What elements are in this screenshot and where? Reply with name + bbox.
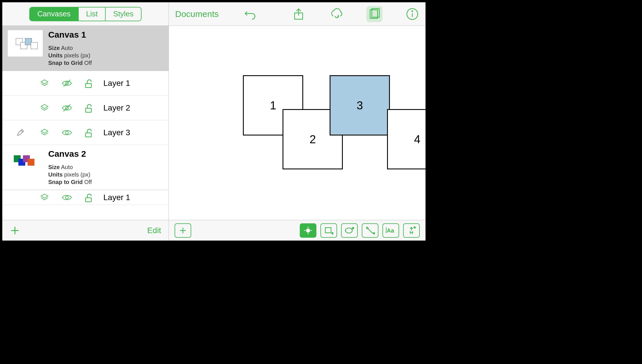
layer-row[interactable]: Layer 1 (2, 71, 169, 96)
cloud-sync-icon[interactable] (328, 6, 345, 22)
ellipse-tool[interactable]: + (341, 223, 358, 238)
info-icon[interactable] (404, 6, 420, 22)
undo-icon[interactable] (242, 6, 258, 22)
edit-button[interactable]: Edit (147, 226, 161, 235)
layer-row[interactable]: Layer 1 (2, 190, 169, 205)
sidebar-footer: Edit (2, 220, 169, 241)
layers-icon[interactable] (33, 78, 56, 88)
text-tool[interactable]: Aa (382, 223, 399, 238)
layer-name: Layer 2 (103, 103, 130, 113)
layer-row[interactable]: Layer 2 (2, 96, 169, 120)
svg-text:+: + (414, 226, 415, 229)
svg-marker-0 (41, 80, 48, 84)
visibility-on-icon[interactable] (56, 127, 78, 138)
svg-point-23 (412, 11, 413, 11)
svg-rect-14 (86, 198, 91, 202)
layers-icon[interactable] (33, 192, 56, 203)
svg-marker-4 (41, 104, 48, 109)
rectangle-tool[interactable]: + (320, 223, 337, 238)
visibility-on-icon[interactable] (56, 192, 78, 203)
canvas-viewport[interactable]: 1 2 3 4 (169, 26, 426, 220)
shape-box[interactable]: 4 (387, 109, 426, 169)
layers-icon[interactable] (33, 127, 56, 138)
svg-rect-31 (325, 228, 331, 233)
svg-text:+: + (332, 231, 333, 235)
main-bottom-toolbar: + + + Aa + (169, 220, 426, 241)
pencil-icon[interactable] (7, 128, 33, 137)
tab-list[interactable]: List (78, 7, 105, 21)
svg-text:+: + (352, 226, 354, 230)
shape-box[interactable]: 3 (330, 75, 390, 135)
tab-styles[interactable]: Styles (105, 7, 141, 21)
unlock-icon[interactable] (78, 78, 100, 89)
visibility-off-icon[interactable] (56, 78, 78, 89)
svg-text:+: + (373, 231, 375, 235)
layer-name: Layer 1 (103, 193, 130, 202)
svg-line-36 (368, 229, 372, 233)
layer-row[interactable]: Layer 3 (2, 120, 169, 145)
sidebar: Canvases List Styles Canvas 1 Size Auto … (2, 2, 169, 241)
selection-tool[interactable] (300, 223, 316, 238)
svg-marker-12 (41, 194, 48, 198)
add-button[interactable] (10, 225, 20, 236)
unlock-icon[interactable] (78, 127, 100, 138)
documents-button[interactable]: Documents (175, 9, 219, 19)
svg-marker-9 (41, 129, 48, 133)
unlock-icon[interactable] (78, 102, 100, 113)
add-shape-button[interactable] (175, 223, 191, 238)
layer-name: Layer 1 (103, 79, 130, 88)
canvas-row[interactable]: Canvas 1 Size Auto Units pixels (px) Sna… (2, 26, 169, 71)
sidebar-tabs: Canvases List Styles (2, 2, 169, 26)
svg-point-33 (345, 228, 352, 233)
svg-rect-3 (86, 84, 91, 88)
canvas-row[interactable]: Canvas 2 Size Auto Units pixels (px) Sna… (2, 145, 169, 190)
canvas-title: Canvas 1 (48, 30, 92, 40)
canvas-title: Canvas 2 (48, 149, 92, 159)
svg-rect-7 (86, 108, 91, 112)
sidebar-body: Canvas 1 Size Auto Units pixels (px) Sna… (2, 26, 169, 220)
share-icon[interactable] (291, 6, 307, 22)
svg-rect-11 (86, 133, 91, 137)
svg-point-26 (306, 229, 310, 232)
layer-name: Layer 3 (103, 128, 130, 137)
svg-line-8 (21, 130, 23, 132)
tab-canvases[interactable]: Canvases (30, 7, 78, 21)
layers-icon[interactable] (33, 103, 56, 113)
main-toolbar: Documents (169, 2, 426, 26)
canvas-meta: Size Auto Units pixels (px) Snap to Grid… (48, 163, 92, 186)
canvas-thumbnail (7, 30, 43, 57)
visibility-off-icon[interactable] (56, 102, 78, 114)
svg-text:Aa: Aa (387, 227, 394, 234)
freehand-tool[interactable]: + (403, 223, 420, 238)
canvas-thumbnail (7, 149, 43, 176)
line-tool[interactable]: + (362, 223, 378, 238)
main-area: Documents 1 2 3 (169, 2, 426, 241)
unlock-icon[interactable] (78, 192, 100, 203)
svg-point-13 (65, 196, 68, 199)
canvas-meta: Size Auto Units pixels (px) Snap to Grid… (48, 44, 92, 67)
canvases-panel-icon[interactable] (366, 6, 382, 22)
svg-point-10 (65, 131, 68, 134)
